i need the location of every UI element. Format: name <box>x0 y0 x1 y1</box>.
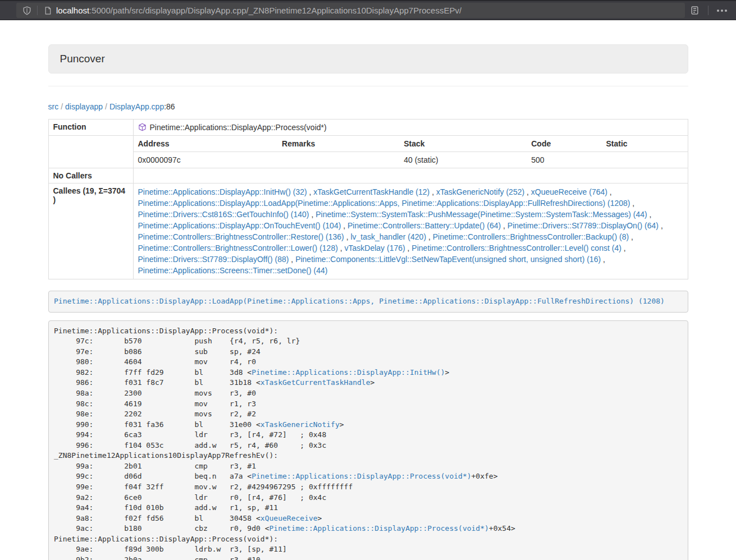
remarks-value <box>277 152 399 168</box>
callee-link[interactable]: Pinetime::Applications::Screens::Timer::… <box>138 266 328 275</box>
code-value: 500 <box>527 152 601 168</box>
app-title-banner: Puncover <box>48 44 688 74</box>
callee-link[interactable]: Pinetime::Controllers::BrightnessControl… <box>412 244 621 253</box>
callee-link[interactable]: Pinetime::Drivers::Cst816S::GetTouchInfo… <box>138 210 309 219</box>
breadcrumb-link[interactable]: DisplayApp.cpp <box>109 102 164 111</box>
table-row-callees: Callees (19, Σ=3704 ) Pinetime::Applicat… <box>48 183 688 279</box>
col-static: Static <box>601 136 687 152</box>
callee-separator: , <box>341 221 348 230</box>
callee-separator: , <box>338 244 345 253</box>
callee-link[interactable]: Pinetime::Controllers::BrightnessControl… <box>433 232 629 241</box>
callee-link[interactable]: Pinetime::Drivers::St7789::DisplayOff() … <box>138 255 289 264</box>
col-address: Address <box>134 136 278 152</box>
callee-separator: , <box>501 221 508 230</box>
app-title: Puncover <box>60 53 105 65</box>
asm-symbol-link[interactable]: xQueueReceive <box>260 514 318 522</box>
callee-link[interactable]: Pinetime::Drivers::St7789::DisplayOn() (… <box>508 221 659 230</box>
divider <box>48 86 688 86</box>
page-info-icon[interactable] <box>42 3 54 18</box>
address-value: 0x0000097c <box>134 152 278 168</box>
toolbar-divider <box>708 6 708 15</box>
callee-link[interactable]: xQueueReceive (764) <box>531 187 607 196</box>
callee-link[interactable]: vTaskDelay (176) <box>345 244 405 253</box>
col-code: Code <box>527 136 601 152</box>
function-label: Function <box>48 120 133 136</box>
breadcrumb: src/displayapp/DisplayApp.cpp:86 <box>48 102 688 111</box>
callee-separator: , <box>289 255 295 264</box>
callee-link[interactable]: Pinetime::Applications::DisplayApp::Load… <box>138 199 630 208</box>
callee-separator: , <box>607 187 612 196</box>
shield-icon[interactable] <box>21 3 33 18</box>
callee-separator: , <box>405 244 412 253</box>
reader-mode-icon[interactable] <box>685 3 704 19</box>
breadcrumb-link[interactable]: displayapp <box>65 102 103 111</box>
asm-symbol-link[interactable]: xTaskGetCurrentTaskHandle <box>260 378 371 387</box>
breadcrumb-separator: / <box>58 102 65 111</box>
callee-separator: , <box>429 187 436 196</box>
loadapp-highlight-box: Pinetime::Applications::DisplayApp::Load… <box>48 291 688 313</box>
col-stack: Stack <box>399 136 527 152</box>
loadapp-link[interactable]: Pinetime::Applications::DisplayApp::Load… <box>54 297 665 305</box>
table-row-metrics: Address Remarks Stack Code Static 0x0000… <box>48 136 688 168</box>
callee-link[interactable]: Pinetime::System::SystemTask::PushMessag… <box>316 210 647 219</box>
callee-link[interactable]: Pinetime::Controllers::Battery::Update()… <box>348 221 501 230</box>
callee-separator: , <box>647 210 652 219</box>
breadcrumb-line-number: :86 <box>164 102 175 111</box>
callee-separator: , <box>309 210 316 219</box>
urlbar-divider <box>37 6 38 15</box>
symbol-cube-icon <box>138 123 147 133</box>
stack-value: 40 (static) <box>399 152 527 168</box>
page-actions-menu-icon[interactable] <box>712 3 732 19</box>
callee-link[interactable]: xTaskGenericNotify (252) <box>436 187 524 196</box>
page-content: Puncover src/displayapp/DisplayApp.cpp:8… <box>48 20 688 560</box>
callee-separator: , <box>659 221 663 230</box>
metrics-row: 0x0000097c 40 (static) 500 <box>134 152 688 168</box>
url-text[interactable]: localhost:5000/path/src/displayapp/Displ… <box>56 6 461 15</box>
callee-link[interactable]: Pinetime::Controllers::BrightnessControl… <box>138 244 338 253</box>
disassembly-code: Pinetime::Applications::DisplayApp::Proc… <box>54 327 515 560</box>
url-bar[interactable]: localhost:5000/path/src/displayapp/Displ… <box>16 3 685 18</box>
callees-list: Pinetime::Applications::DisplayApp::Init… <box>133 183 688 279</box>
breadcrumb-link[interactable]: src <box>48 102 59 111</box>
callee-separator: , <box>630 199 634 208</box>
callee-link[interactable]: Pinetime::Applications::DisplayApp::Init… <box>138 187 307 196</box>
asm-symbol-link[interactable]: Pinetime::Applications::DisplayApp::Init… <box>252 368 445 377</box>
callee-separator: , <box>601 255 605 264</box>
callee-separator: , <box>426 232 433 241</box>
callee-link[interactable]: xTaskGetCurrentTaskHandle (12) <box>313 187 429 196</box>
callee-link[interactable]: Pinetime::Controllers::BrightnessControl… <box>138 232 344 241</box>
url-path: :5000/path/src/displayapp/DisplayApp.cpp… <box>89 6 461 15</box>
browser-toolbar: localhost:5000/path/src/displayapp/Displ… <box>0 0 736 20</box>
asm-symbol-link[interactable]: Pinetime::Applications::DisplayApp::Proc… <box>269 524 489 533</box>
asm-symbol-link[interactable]: Pinetime::Applications::DisplayApp::Proc… <box>252 472 471 480</box>
url-host: localhost <box>56 6 89 15</box>
static-value <box>601 152 687 168</box>
callee-separator: , <box>307 187 314 196</box>
asm-symbol-link[interactable]: xTaskGenericNotify <box>260 420 340 429</box>
callee-separator: , <box>629 232 633 241</box>
callee-link[interactable]: Pinetime::Components::LittleVgl::SetNewT… <box>295 255 601 264</box>
callee-separator: , <box>621 244 626 253</box>
table-row-function: Function Pinetime::Applications::Display… <box>48 120 688 136</box>
breadcrumb-separator: / <box>103 102 109 111</box>
callee-separator: , <box>524 187 531 196</box>
callees-label: Callees (19, Σ=3704 ) <box>48 183 133 279</box>
function-info-table: Function Pinetime::Applications::Display… <box>48 119 688 279</box>
disassembly-box: Pinetime::Applications::DisplayApp::Proc… <box>48 320 688 560</box>
metrics-table: Address Remarks Stack Code Static 0x0000… <box>134 136 688 168</box>
no-callers-label: No Callers <box>48 168 133 183</box>
function-name: Pinetime::Applications::DisplayApp::Proc… <box>150 123 327 132</box>
table-row-no-callers: No Callers <box>48 168 688 183</box>
callee-link[interactable]: lv_task_handler (420) <box>350 232 426 241</box>
col-remarks: Remarks <box>277 136 399 152</box>
callee-link[interactable]: Pinetime::Applications::DisplayApp::OnTo… <box>138 221 341 230</box>
callee-separator: , <box>344 232 351 241</box>
